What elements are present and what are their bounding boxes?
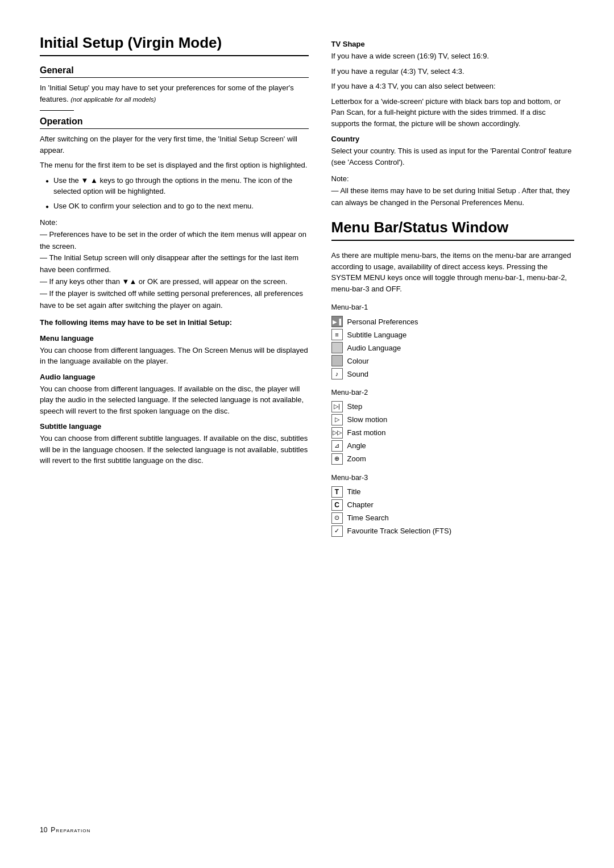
menu-language-heading: Menu language <box>40 334 309 343</box>
personal-preferences-label: Personal Preferences <box>347 318 418 326</box>
tv-shape-text2: If you have a regular (4:3) TV, select 4… <box>331 66 575 77</box>
two-column-layout: Initial Setup (Virgin Mode) General In '… <box>40 34 574 815</box>
general-para1: In 'Initial Setup' you may have to set y… <box>40 82 309 105</box>
sound-icon: ♪ <box>331 368 343 379</box>
footer-label: Preparation <box>51 826 90 834</box>
menu-item-row: C Chapter <box>331 499 575 511</box>
menu-bar-intro: As there are multiple menu-bars, the ite… <box>331 250 575 294</box>
menu-item-row: Colour <box>331 355 575 366</box>
menu-bar-1-section: Menu-bar-1 ▶▐ Personal Preferences ≡ Sub… <box>331 302 575 379</box>
operation-para2: The menu for the first item to be set is… <box>40 160 309 171</box>
menu-bar-3-section: Menu-bar-3 T Title C Chapter ⊙ Time Sear… <box>331 473 575 537</box>
personal-preferences-icon: ▶▐ <box>331 316 343 327</box>
audio-language-icon <box>331 342 343 353</box>
note-label: Note: <box>40 218 57 227</box>
tv-shape-text4: Letterbox for a 'wide-screen' picture wi… <box>331 96 575 130</box>
operation-bullets: Use the ▼ ▲ keys to go through the optio… <box>45 175 309 212</box>
general-heading: General <box>40 65 309 78</box>
bullet-item: Use the ▼ ▲ keys to go through the optio… <box>45 175 309 197</box>
menu-bar-2-section: Menu-bar-2 ▷| Step ▷ Slow motion ▷▷ Fast… <box>331 387 575 465</box>
country-text: Select your country. This is used as inp… <box>331 145 575 168</box>
subtitle-language-heading: Subtitle language <box>40 422 309 431</box>
chapter-icon: C <box>331 499 343 511</box>
right-column: TV Shape If you have a wide screen (16:9… <box>331 34 575 815</box>
audio-language-label: Audio Language <box>347 344 401 352</box>
left-column: Initial Setup (Virgin Mode) General In '… <box>40 34 309 815</box>
menu-item-row: ▷▷ Fast motion <box>331 427 575 439</box>
audio-language-text: You can choose from different languages.… <box>40 383 309 417</box>
subtitle-language-label: Subtitle Language <box>347 331 407 339</box>
right-note-label: Note: <box>331 174 349 183</box>
country-heading: Country <box>331 135 575 143</box>
tv-shape-text1: If you have a wide screen (16:9) TV, sel… <box>331 51 575 62</box>
operation-heading: Operation <box>40 116 309 129</box>
menu-item-row: ≡ Subtitle Language <box>331 329 575 340</box>
note-line-3: — If any keys other than ▼▲ or OK are pr… <box>40 277 287 286</box>
footer: 10 Preparation <box>40 815 574 834</box>
menu-item-row: ✓ Favourite Track Selection (FTS) <box>331 525 575 537</box>
note-line-2: — The Initial Setup screen will only dis… <box>40 253 298 274</box>
menu-item-row: ♪ Sound <box>331 368 575 379</box>
note-line-1: — Preferences have to be set in the orde… <box>40 230 306 251</box>
menu-item-row: ▷| Step <box>331 401 575 412</box>
section-divider <box>40 110 74 111</box>
menu-bar-3-label: Menu-bar-3 <box>331 473 575 483</box>
menu-bar-1-label: Menu-bar-1 <box>331 302 575 313</box>
slow-motion-icon: ▷ <box>331 414 343 425</box>
chapter-label: Chapter <box>347 500 374 509</box>
menu-item-row: T Title <box>331 486 575 498</box>
bullet-item: Use OK to confirm your selection and to … <box>45 201 309 212</box>
subtitle-language-text: You can choose from different subtitle l… <box>40 433 309 466</box>
menu-bar-2-items: ▷| Step ▷ Slow motion ▷▷ Fast motion ⊿ A… <box>331 401 575 465</box>
menu-item-row: Audio Language <box>331 342 575 353</box>
menu-item-row: ⊙ Time Search <box>331 512 575 524</box>
favourite-track-label: Favourite Track Selection (FTS) <box>347 527 452 535</box>
title-icon: T <box>331 486 343 498</box>
step-label: Step <box>347 402 363 411</box>
tv-shape-text3: If you have a 4:3 TV, you can also selec… <box>331 81 575 92</box>
right-note-text: — All these items may have to be set dur… <box>331 186 570 207</box>
operation-para1: After switching on the player for the ve… <box>40 133 309 156</box>
menu-item-row: ⊕ Zoom <box>331 453 575 465</box>
menu-item-row: ⊿ Angle <box>331 440 575 452</box>
time-search-label: Time Search <box>347 514 389 522</box>
main-title-left: Initial Setup (Virgin Mode) <box>40 34 309 56</box>
favourite-track-icon: ✓ <box>331 525 343 537</box>
slow-motion-label: Slow motion <box>347 415 388 424</box>
page-number: 10 <box>40 826 47 834</box>
menu-bar-3-items: T Title C Chapter ⊙ Time Search ✓ Favour… <box>331 486 575 537</box>
following-heading: The following items may have to be set i… <box>40 317 309 328</box>
colour-label: Colour <box>347 357 369 365</box>
menu-bar-1-items: ▶▐ Personal Preferences ≡ Subtitle Langu… <box>331 316 575 379</box>
right-note: Note: — All these items may have to be s… <box>331 173 575 208</box>
menu-language-text: You can choose from different languages.… <box>40 345 309 367</box>
operation-notes: Note: — Preferences have to be set in th… <box>40 217 309 311</box>
fast-motion-label: Fast motion <box>347 428 386 437</box>
angle-icon: ⊿ <box>331 440 343 452</box>
angle-label: Angle <box>347 441 366 450</box>
menu-item-row: ▷ Slow motion <box>331 414 575 425</box>
page: Initial Setup (Virgin Mode) General In '… <box>0 0 614 868</box>
fast-motion-icon: ▷▷ <box>331 427 343 439</box>
sound-label: Sound <box>347 370 369 378</box>
general-para1-italic: (not applicable for all models) <box>70 96 156 103</box>
audio-language-heading: Audio language <box>40 373 309 381</box>
colour-icon <box>331 355 343 366</box>
subtitle-language-icon: ≡ <box>331 329 343 340</box>
title-label: Title <box>347 487 361 496</box>
zoom-label: Zoom <box>347 454 366 463</box>
menu-bar-2-label: Menu-bar-2 <box>331 387 575 398</box>
note-line-4: — If the player is switched off while se… <box>40 289 303 310</box>
tv-shape-heading: TV Shape <box>331 40 575 48</box>
menu-item-row: ▶▐ Personal Preferences <box>331 316 575 327</box>
time-search-icon: ⊙ <box>331 512 343 524</box>
zoom-icon: ⊕ <box>331 453 343 465</box>
step-icon: ▷| <box>331 401 343 412</box>
menu-bar-title: Menu Bar/Status Window <box>331 219 575 241</box>
